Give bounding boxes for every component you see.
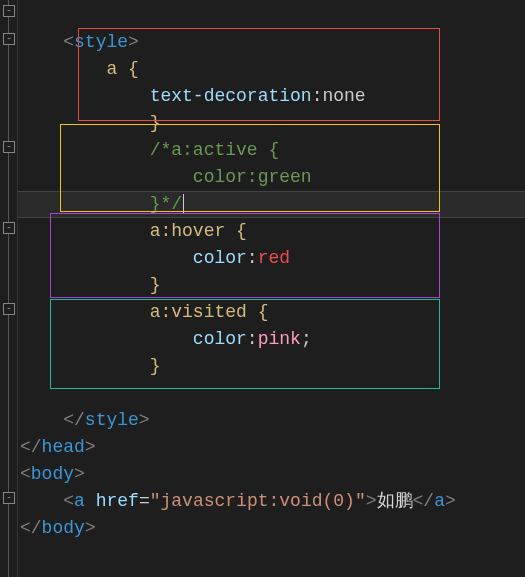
code-line: a { xyxy=(20,59,139,79)
code-line: <style> xyxy=(20,32,139,52)
css-property: text-decoration xyxy=(150,86,312,106)
css-value: pink xyxy=(258,329,301,349)
code-line: color:pink; xyxy=(20,329,312,349)
selector: a xyxy=(106,59,117,79)
tag-body: body xyxy=(42,518,85,538)
brace: } xyxy=(150,356,161,376)
css-value: none xyxy=(322,86,365,106)
code-line: a:hover { xyxy=(20,221,247,241)
code-editor[interactable]: <style> a { text-decoration:none } /*a:a… xyxy=(20,2,456,542)
minus-icon: - xyxy=(6,303,12,314)
tag-a: a xyxy=(74,491,85,511)
comment-close: */ xyxy=(160,194,182,214)
bracket: </ xyxy=(20,437,42,457)
css-value: red xyxy=(258,248,290,268)
attr-href: href xyxy=(96,491,139,511)
brace: { xyxy=(247,302,269,322)
bracket: > xyxy=(85,437,96,457)
css-property: color xyxy=(193,248,247,268)
bracket: < xyxy=(63,32,74,52)
fold-toggle[interactable]: - xyxy=(3,303,15,315)
fold-toggle[interactable]: - xyxy=(3,141,15,153)
comment-text: : xyxy=(247,167,258,187)
fold-line xyxy=(8,0,9,577)
brace: } xyxy=(150,275,161,295)
comment-text: color xyxy=(193,167,247,187)
text-cursor xyxy=(183,194,184,214)
code-line: /*a:active { xyxy=(20,140,279,160)
code-line: color:green xyxy=(20,167,312,187)
minus-icon: - xyxy=(6,5,12,16)
comment-text: green xyxy=(258,167,312,187)
bracket: > xyxy=(366,491,377,511)
code-line: } xyxy=(20,356,160,376)
code-line: </style> xyxy=(20,410,150,430)
tag-head: head xyxy=(42,437,85,457)
bracket: < xyxy=(63,491,74,511)
colon: : xyxy=(312,86,323,106)
gutter: - - - - - - xyxy=(0,0,18,577)
code-line: </body> xyxy=(20,518,96,538)
bracket: </ xyxy=(63,410,85,430)
selector: a:hover xyxy=(150,221,226,241)
code-line: <a href="javascript:void(0)">如鹏</a> xyxy=(20,491,456,511)
code-line: } xyxy=(20,275,160,295)
fold-toggle[interactable]: - xyxy=(3,33,15,45)
code-line: </head> xyxy=(20,437,96,457)
link-text: 如鹏 xyxy=(377,491,413,511)
colon: : xyxy=(247,329,258,349)
semicolon: ; xyxy=(301,329,312,349)
minus-icon: - xyxy=(6,492,12,503)
fold-toggle[interactable]: - xyxy=(3,222,15,234)
brace: { xyxy=(117,59,139,79)
bracket: </ xyxy=(20,518,42,538)
bracket: < xyxy=(20,464,31,484)
minus-icon: - xyxy=(6,222,12,233)
bracket: > xyxy=(139,410,150,430)
code-line: } xyxy=(20,113,160,133)
minus-icon: - xyxy=(6,141,12,152)
comment-text: } xyxy=(150,194,161,214)
brace: { xyxy=(225,221,247,241)
code-line: text-decoration:none xyxy=(20,86,366,106)
fold-toggle[interactable]: - xyxy=(3,5,15,17)
bracket: </ xyxy=(413,491,435,511)
fold-toggle[interactable]: - xyxy=(3,492,15,504)
tag-style: style xyxy=(85,410,139,430)
tag-body: body xyxy=(31,464,74,484)
attr-value: "javascript:void(0)" xyxy=(150,491,366,511)
code-line: a:visited { xyxy=(20,302,268,322)
selector: a:visited xyxy=(150,302,247,322)
equals: = xyxy=(139,491,150,511)
code-line: }*/ xyxy=(20,194,184,214)
tag-style: style xyxy=(74,32,128,52)
brace: } xyxy=(150,113,161,133)
code-line: color:red xyxy=(20,248,290,268)
bracket: > xyxy=(128,32,139,52)
comment-text: a:active xyxy=(171,140,257,160)
code-line: <body> xyxy=(20,464,85,484)
code-line xyxy=(20,383,31,403)
bracket: > xyxy=(74,464,85,484)
comment-text: { xyxy=(258,140,280,160)
minus-icon: - xyxy=(6,33,12,44)
bracket: > xyxy=(85,518,96,538)
colon: : xyxy=(247,248,258,268)
tag-a: a xyxy=(434,491,445,511)
css-property: color xyxy=(193,329,247,349)
comment-open: /* xyxy=(150,140,172,160)
bracket: > xyxy=(445,491,456,511)
